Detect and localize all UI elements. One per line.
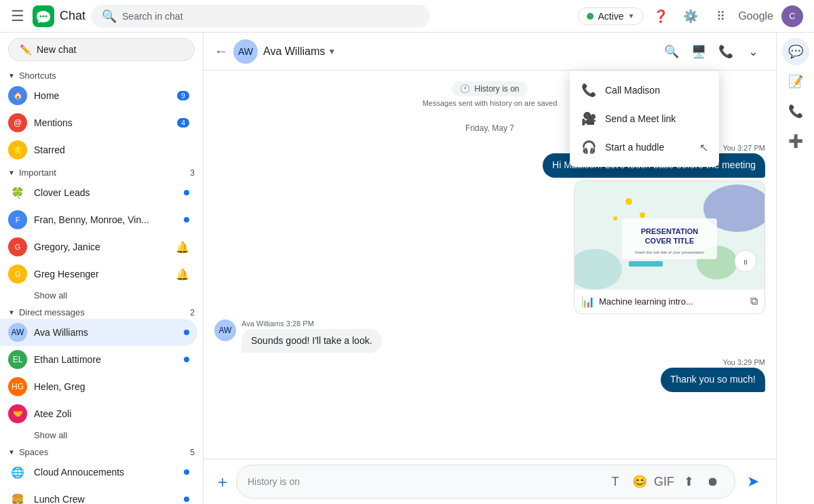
format-text-icon[interactable]: T [604, 471, 626, 492]
spaces-chevron-icon: ▼ [8, 448, 15, 456]
msg1-time: 3:27 PM [737, 144, 765, 152]
message-avatar-2: AW [214, 319, 236, 341]
cursor-indicator: ↖ [699, 141, 708, 154]
sidebar-item-clover-leads[interactable]: 🍀 Clover Leads [0, 179, 197, 206]
message-content-2: Ava Williams 3:28 PM Sounds good! I'll t… [241, 319, 382, 353]
sidebar-item-fran-group[interactable]: F Fran, Benny, Monroe, Vin... [0, 206, 197, 233]
lunch-dot [184, 497, 189, 502]
msg1-sender: You [722, 144, 735, 152]
context-menu: 📞 Call Madison 🎥 Send a Meet link 🎧 Star… [570, 71, 719, 167]
chat-header-actions: 🔍 🖥️ 📞 ⌄ [659, 39, 765, 64]
clover-leads-icon: 🍀 [8, 183, 27, 202]
important-chevron-icon: ▼ [8, 169, 15, 176]
history-icon: 🕐 [460, 84, 470, 94]
chat-header: ← AW Ava Williams ▼ 🔍 🖥️ 📞 ⌄ [204, 33, 776, 71]
settings-icon-btn[interactable]: ⚙️ [678, 4, 703, 28]
contact-chevron-icon[interactable]: ▼ [328, 47, 336, 56]
message-bubble-2: Sounds good! I'll take a look. [241, 329, 382, 353]
main-area: ← AW Ava Williams ▼ 🔍 🖥️ 📞 ⌄ � [204, 0, 814, 504]
sidebar-item-home[interactable]: 🏠 Home 9 [0, 82, 197, 109]
context-menu-huddle[interactable]: 🎧 Start a huddle ↖ [570, 133, 719, 161]
gif-icon[interactable]: GIF [653, 471, 675, 492]
helen-greg-label: Helen, Greg [34, 381, 189, 392]
sidebar-item-helen-greg[interactable]: HG Helen, Greg [0, 373, 197, 400]
sidebar-item-atee-zoli[interactable]: 🤝 Atee Zoli [0, 400, 197, 427]
menu-icon[interactable]: ☰ [11, 7, 24, 25]
attachment-card: PRESENTATION COVER TITLE Insert the sub … [574, 180, 765, 314]
greg-hesenger-avatar: G [8, 265, 27, 284]
atee-zoli-label: Atee Zoli [34, 408, 189, 419]
sidebar-item-lunch-crew[interactable]: 🍔 Lunch Crew [0, 486, 197, 504]
fran-group-dot [184, 217, 189, 222]
apps-icon-btn[interactable]: ⠿ [708, 4, 733, 28]
dm-section-header[interactable]: ▼ Direct messages 2 [0, 303, 203, 319]
active-dot [587, 13, 594, 20]
msg2-text: Sounds good! I'll take a look. [251, 335, 372, 346]
contact-name-text: Ava Williams [263, 45, 325, 58]
new-chat-button[interactable]: ✏️ New chat [8, 38, 195, 61]
svg-point-9 [640, 212, 645, 218]
shortcuts-section-header[interactable]: ▼ Shortcuts [0, 66, 203, 82]
back-button[interactable]: ← [214, 43, 228, 59]
sidebar-item-gregory-janice[interactable]: G Gregory, Janice 🔔 [0, 233, 197, 260]
context-menu-call[interactable]: 📞 Call Madison [570, 76, 719, 104]
history-pill: 🕐 History is on [452, 81, 527, 96]
tab-notes[interactable]: 📝 [782, 68, 809, 95]
active-label: Active [598, 11, 623, 22]
video-record-icon[interactable]: ⏺ [702, 471, 724, 492]
search-chat-button[interactable]: 🔍 [659, 39, 684, 64]
call-button[interactable]: 📞 [714, 39, 738, 64]
attachment-copy-icon[interactable]: ⧉ [750, 295, 758, 307]
help-icon-btn[interactable]: ❓ [648, 4, 673, 28]
send-button[interactable]: ➤ [741, 469, 765, 494]
ethan-avatar: EL [8, 350, 27, 369]
dm-chevron-icon: ▼ [8, 309, 15, 316]
more-options-button[interactable]: ⌄ [741, 39, 765, 64]
message-input[interactable]: History is on T 😊 GIF ⬆ ⏺ [236, 465, 735, 499]
emoji-icon[interactable]: 😊 [629, 471, 651, 492]
tab-call[interactable]: 📞 [782, 98, 809, 125]
dm-show-all-label: Show all [34, 430, 67, 440]
sidebar-item-ethan-lattimore[interactable]: EL Ethan Lattimore [0, 346, 197, 373]
cloud-dot [184, 469, 189, 475]
msg2-sender: Ava Williams [241, 319, 284, 328]
important-section-header[interactable]: ▼ Important 3 [0, 163, 203, 179]
tab-chat[interactable]: 💬 [782, 38, 809, 65]
ethan-label: Ethan Lattimore [34, 354, 184, 365]
active-status-pill[interactable]: Active ▼ [578, 7, 643, 25]
topbar-right: Active ▼ ❓ ⚙️ ⠿ Google C [578, 4, 803, 28]
svg-point-2 [43, 15, 45, 17]
clover-leads-label: Clover Leads [34, 187, 184, 198]
fran-group-label: Fran, Benny, Monroe, Vin... [34, 214, 184, 225]
add-attachment-button[interactable]: ＋ [214, 471, 231, 492]
context-menu-call-label: Call Madison [605, 85, 660, 96]
spaces-count: 5 [190, 448, 195, 457]
home-icon: 🏠 [8, 86, 27, 105]
user-avatar[interactable]: C [781, 5, 803, 27]
ava-williams-avatar: AW [8, 323, 27, 342]
sidebar: ✏️ New chat ▼ Shortcuts 🏠 Home 9 @ Menti… [0, 0, 204, 504]
meet-icon: 🎥 [581, 111, 597, 126]
history-sub-text: Messages sent with history on are saved [423, 99, 558, 107]
ava-williams-label: Ava Williams [34, 327, 184, 338]
video-button[interactable]: 🖥️ [686, 39, 711, 64]
upload-icon[interactable]: ⬆ [678, 471, 699, 492]
sidebar-item-cloud-announcements[interactable]: 🌐 Cloud Annoucements [0, 459, 197, 486]
important-show-all[interactable]: Show all [0, 288, 203, 303]
attachment-type-icon: 📊 [581, 295, 595, 308]
context-menu-meet-link[interactable]: 🎥 Send a Meet link [570, 104, 719, 133]
ethan-dot [184, 357, 189, 362]
shortcuts-title: Shortcuts [19, 71, 195, 81]
tab-add[interactable]: ➕ [782, 128, 809, 155]
contact-avatar: AW [233, 39, 258, 64]
sidebar-item-ava-williams[interactable]: AW Ava Williams [0, 319, 197, 346]
spaces-section-header[interactable]: ▼ Spaces 5 [0, 443, 203, 459]
contact-name-area: Ava Williams ▼ [263, 45, 659, 58]
sidebar-item-starred[interactable]: ⭐ Starred [0, 136, 197, 163]
search-bar[interactable]: 🔍 Search in chat [91, 5, 430, 28]
dm-show-all[interactable]: Show all [0, 427, 203, 443]
sidebar-item-greg-hesenger[interactable]: G Greg Hesenger 🔔 [0, 260, 197, 288]
svg-point-1 [40, 15, 42, 17]
sidebar-item-mentions[interactable]: @ Mentions 4 [0, 109, 197, 136]
message-content-3: You 3:29 PM Thank you so much! [661, 358, 765, 392]
